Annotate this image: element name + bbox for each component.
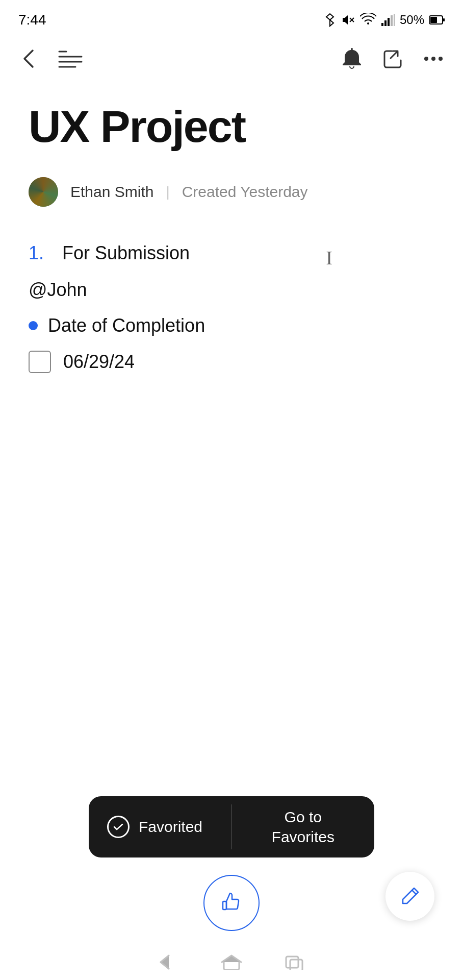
checkbox-item[interactable]: 06/29/24 <box>29 351 434 373</box>
bottom-back-hint <box>159 954 179 970</box>
page-title: UX Project <box>29 102 434 152</box>
status-icons: 50% <box>324 13 445 27</box>
favorited-section[interactable]: Favorited <box>89 796 232 857</box>
svg-rect-9 <box>443 18 445 21</box>
nav-bar <box>0 36 463 82</box>
svg-rect-3 <box>384 20 387 26</box>
go-favorites-section[interactable]: Go toFavorites <box>232 796 375 857</box>
bottom-nav-hint <box>159 954 304 970</box>
favorites-bar: Favorited Go toFavorites <box>89 796 374 857</box>
sound-off-icon <box>341 13 355 27</box>
author-divider: | <box>166 184 169 200</box>
like-button[interactable] <box>203 875 260 931</box>
favorited-label: Favorited <box>139 818 202 836</box>
checkbox-control[interactable] <box>29 351 51 373</box>
go-favorites-label: Go toFavorites <box>272 807 335 847</box>
nav-right <box>341 46 445 71</box>
pencil-icon <box>399 885 421 908</box>
mention-row: @John <box>29 279 434 301</box>
thumbs-up-icon <box>219 890 244 916</box>
svg-rect-8 <box>430 17 437 23</box>
content-area: UX Project Ethan Smith | Created Yesterd… <box>0 82 463 489</box>
bottom-recents-hint <box>284 954 304 970</box>
text-cursor: I <box>326 247 332 269</box>
signal-icon <box>381 14 395 26</box>
edit-button[interactable] <box>385 872 434 921</box>
more-icon[interactable] <box>422 47 445 70</box>
bullet-text: Date of Completion <box>48 315 205 336</box>
status-bar: 7:44 50% <box>0 0 463 36</box>
battery-text: 50% <box>400 13 424 27</box>
checkbox-text: 06/29/24 <box>63 351 135 373</box>
svg-rect-5 <box>391 15 393 26</box>
back-button[interactable] <box>18 47 39 70</box>
bullet-item: Date of Completion <box>29 315 434 336</box>
bullet-dot-icon <box>29 321 38 330</box>
item-text: For Submission <box>62 242 190 264</box>
bluetooth-icon <box>324 13 336 27</box>
bottom-home-hint <box>220 954 243 970</box>
svg-rect-2 <box>381 23 383 26</box>
notification-icon[interactable] <box>341 46 363 71</box>
avatar-image <box>29 177 58 207</box>
svg-rect-4 <box>388 18 390 26</box>
svg-rect-17 <box>223 901 226 910</box>
numbered-item: 1. For Submission <box>29 242 434 264</box>
author-row: Ethan Smith | Created Yesterday <box>29 177 434 207</box>
svg-rect-19 <box>286 957 298 968</box>
favorited-check-icon <box>107 816 130 838</box>
avatar <box>29 177 58 207</box>
svg-point-15 <box>431 57 435 61</box>
author-name: Ethan Smith <box>70 183 153 201</box>
svg-point-16 <box>439 57 443 61</box>
outline-icon[interactable] <box>57 47 84 70</box>
status-time: 7:44 <box>18 12 46 28</box>
svg-rect-6 <box>394 14 395 26</box>
svg-point-14 <box>424 57 428 61</box>
numbered-item-row: 1. For Submission I <box>29 242 434 264</box>
check-icon <box>112 820 125 834</box>
share-icon[interactable] <box>381 46 404 71</box>
wifi-icon <box>360 13 376 27</box>
battery-icon <box>429 15 445 25</box>
item-number: 1. <box>29 242 54 264</box>
created-date: Created Yesterday <box>182 183 308 201</box>
nav-left <box>18 47 84 70</box>
